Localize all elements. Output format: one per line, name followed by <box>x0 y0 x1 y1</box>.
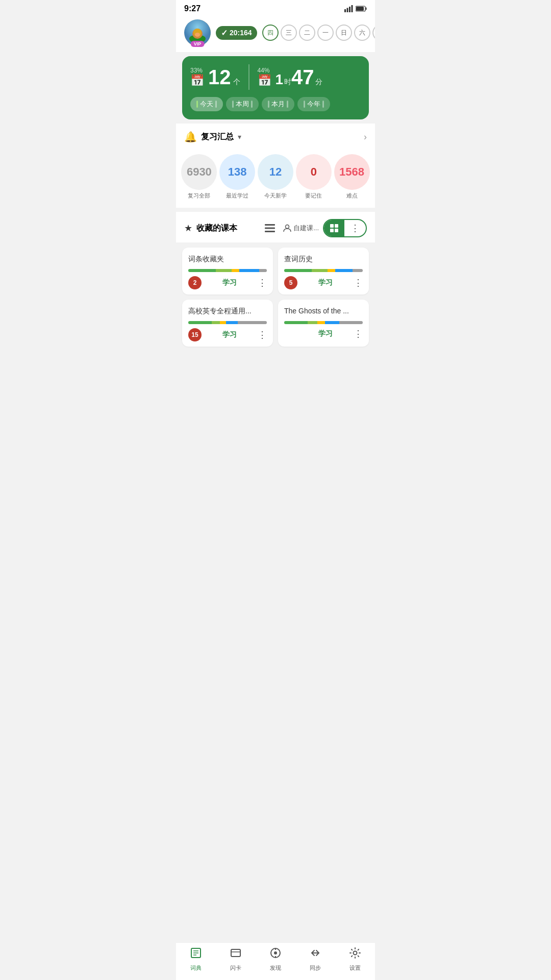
more-options-button[interactable]: ⋮ <box>258 277 267 288</box>
circle-label: 复习全部 <box>188 192 210 200</box>
review-summary-bar[interactable]: 🔔 复习汇总 ▾ › <box>176 124 375 148</box>
header: VIP ✓ 20:164 四三二一日六五 ≡ <box>176 15 375 52</box>
circle-wrap: 1568 <box>334 154 370 190</box>
tab-bar-icon <box>268 101 269 108</box>
svg-rect-19 <box>335 229 338 232</box>
check-icon: ✓ <box>221 28 228 38</box>
week-circle-六: 六 <box>354 24 370 41</box>
card-title: The Ghosts of the ... <box>284 307 363 317</box>
nav-icon-发现 <box>269 947 282 962</box>
circle-number: 12 <box>269 165 282 179</box>
period-tab-本月[interactable]: 本月 <box>262 97 294 111</box>
svg-rect-18 <box>330 229 334 232</box>
study-button[interactable]: 学习 <box>206 278 254 287</box>
study-button[interactable]: 学习 <box>206 330 254 339</box>
signal-icon <box>344 5 354 12</box>
list-icon <box>265 224 275 232</box>
circle-stat-0[interactable]: 6930 复习全部 <box>181 154 217 200</box>
nav-icon-设置 <box>349 947 361 962</box>
svg-rect-6 <box>356 7 364 11</box>
card-footer: 学习 ⋮ <box>284 328 363 339</box>
self-build-button[interactable]: 自建课... <box>283 224 319 233</box>
nav-label-同步: 同步 <box>310 964 321 972</box>
svg-rect-14 <box>265 231 275 232</box>
circle-stat-2[interactable]: 12 今天新学 <box>258 154 293 200</box>
nav-item-同步[interactable]: 同步 <box>300 947 331 972</box>
bell-icon: 🔔 <box>184 131 197 143</box>
list-view-button[interactable] <box>261 219 279 237</box>
period-label: 本周 <box>236 100 249 109</box>
time-min-unit: 分 <box>315 78 322 87</box>
vip-badge: VIP <box>191 41 205 47</box>
nav-item-发现[interactable]: 发现 <box>260 947 291 972</box>
self-build-label: 自建课... <box>293 224 319 233</box>
week-circle-日: 日 <box>336 24 352 41</box>
period-label: 今天 <box>200 100 213 109</box>
section-divider <box>176 208 375 212</box>
circle-wrap: 138 <box>219 154 255 190</box>
nav-item-闪卡[interactable]: 闪卡 <box>220 947 251 972</box>
svg-rect-12 <box>265 224 275 226</box>
progress-segment-grey <box>339 321 363 324</box>
progress-segment-grey <box>259 269 267 272</box>
circle-stat-4[interactable]: 1568 难点 <box>334 154 370 200</box>
nav-icon-词典 <box>190 947 202 962</box>
period-tab-今天[interactable]: 今天 <box>190 97 223 111</box>
nav-label-设置: 设置 <box>349 964 361 972</box>
svg-point-27 <box>274 951 277 954</box>
tab-bar-right-icon <box>287 101 288 108</box>
more-options-button[interactable]: ⋮ <box>354 328 363 339</box>
circle-stat-1[interactable]: 138 最近学过 <box>219 154 255 200</box>
cards-grid: 词条收藏夹 2 学习 ⋮ 查词历史 5 学习 ⋮ 高校英专全程通用... 15 … <box>176 242 375 352</box>
chevron-right-icon[interactable]: › <box>364 132 367 142</box>
period-tabs: 今天本周本月今年 <box>190 97 361 111</box>
progress-segment-blue <box>239 269 259 272</box>
period-tab-今年[interactable]: 今年 <box>297 97 330 111</box>
nav-item-词典[interactable]: 词典 <box>181 947 211 972</box>
circle-wrap: 12 <box>258 154 293 190</box>
streak-info: ✓ 20:164 <box>216 26 257 40</box>
count-badge: 15 <box>188 328 202 341</box>
time-hour: 1 <box>276 72 284 87</box>
stat-divider <box>248 64 249 90</box>
week-circle-二: 二 <box>299 24 315 41</box>
card-2: 高校英专全程通用... 15 学习 ⋮ <box>182 300 273 347</box>
streak-count: 20:164 <box>230 29 252 37</box>
avatar-wrap[interactable]: VIP <box>184 19 211 46</box>
tab-bar-right-icon <box>215 101 217 108</box>
battery-icon <box>356 6 367 12</box>
circle-number: 138 <box>228 165 247 179</box>
dropdown-icon[interactable]: ▾ <box>238 133 241 141</box>
nav-item-设置[interactable]: 设置 <box>340 947 370 972</box>
more-options-button[interactable]: ⋮ <box>354 277 363 288</box>
card-0: 词条收藏夹 2 学习 ⋮ <box>182 248 273 295</box>
period-label: 今年 <box>307 100 320 109</box>
progress-segment-green <box>284 321 308 324</box>
circle-label: 要记住 <box>305 192 322 200</box>
today-unit: 个 <box>233 78 240 87</box>
svg-point-30 <box>354 951 357 955</box>
more-options-button[interactable]: ⋮ <box>258 329 267 340</box>
svg-rect-3 <box>352 5 353 12</box>
nav-label-词典: 词典 <box>190 964 202 972</box>
card-title: 高校英专全程通用... <box>188 307 267 317</box>
card-title: 词条收藏夹 <box>188 255 267 265</box>
bottom-nav: 词典 闪卡 发现 同步 设置 <box>176 942 375 980</box>
nav-icon-闪卡 <box>230 947 242 962</box>
period-tab-本周[interactable]: 本周 <box>226 97 259 111</box>
svg-point-11 <box>195 33 200 37</box>
more-view-button[interactable]: ⋮ <box>344 220 366 236</box>
study-button[interactable]: 学习 <box>302 278 349 287</box>
bookmarks-title: 收藏的课本 <box>196 223 257 234</box>
progress-segment-yellow <box>317 321 325 324</box>
grid-view-button[interactable] <box>324 220 344 236</box>
progress-segment-lime <box>216 269 232 272</box>
study-button[interactable]: 学习 <box>302 329 349 338</box>
progress-segment-green <box>188 269 216 272</box>
circle-label: 难点 <box>346 192 358 200</box>
svg-rect-5 <box>366 8 367 10</box>
card-footer: 15 学习 ⋮ <box>188 328 267 341</box>
circle-stat-3[interactable]: 0 要记住 <box>296 154 332 200</box>
circle-wrap: 0 <box>296 154 332 190</box>
tab-bar-icon <box>232 101 234 108</box>
